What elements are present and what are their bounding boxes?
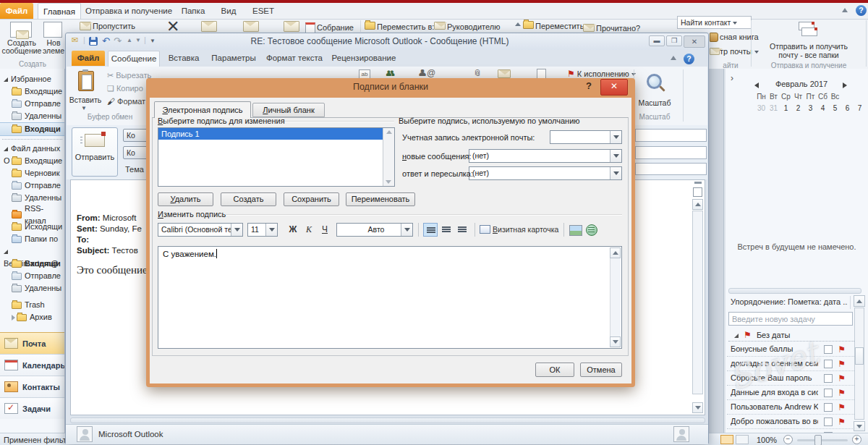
message-tab-insert[interactable]: Вставка — [163, 51, 205, 66]
folder-item[interactable]: Удаленны — [0, 282, 64, 294]
calendar-day[interactable]: 3 — [804, 103, 817, 114]
cut-button[interactable]: ✂ Вырезать — [107, 71, 151, 80]
task-arrange-header[interactable]: Упорядочение: Пометка: дата ... — [731, 297, 848, 306]
reply-icon[interactable] — [201, 21, 217, 32]
to-input[interactable] — [635, 129, 707, 142]
cc-button[interactable]: Ко — [123, 146, 148, 159]
folder-item[interactable]: Черновик — [0, 167, 64, 179]
attach-file-icon[interactable]: 📎︎ — [473, 68, 482, 78]
send-receive-button-line1[interactable]: Отправить и получить — [752, 42, 865, 51]
folder-item[interactable]: Архив — [0, 311, 64, 323]
chevron-down-icon[interactable]: ▼ — [81, 105, 87, 111]
folder-section-header[interactable]: Beydin.artem@ — [0, 245, 64, 258]
align-left-button[interactable] — [423, 223, 438, 237]
zoom-in-button[interactable]: + — [852, 435, 861, 444]
task-row[interactable]: Сбросьте Ваш пароль⚑ — [727, 371, 854, 386]
zoom-slider-thumb[interactable] — [814, 435, 822, 445]
folder-item[interactable]: Удаленны — [0, 110, 64, 122]
minimize-button[interactable]: ▬ — [649, 35, 665, 46]
scroll-down-icon[interactable] — [386, 180, 391, 184]
insert-picture-icon[interactable] — [569, 225, 582, 236]
underline-button[interactable]: Ч — [318, 223, 332, 237]
align-center-button[interactable] — [439, 223, 454, 237]
account-combo[interactable] — [550, 130, 622, 144]
flag-icon[interactable]: ⚑ — [838, 401, 846, 415]
people-pane-name[interactable]: Microsoft Outlook — [98, 430, 163, 438]
zoom-button[interactable]: Масштаб — [632, 98, 677, 107]
folder-item[interactable]: Trash — [0, 299, 64, 311]
sidebar-item-calendar[interactable]: Календарь — [0, 354, 64, 376]
format-painter-button[interactable]: 🖌︎ Формат — [107, 97, 145, 106]
task-checkbox[interactable] — [824, 418, 833, 426]
scroll-up-button[interactable] — [692, 199, 703, 210]
flag-icon[interactable]: ⚑ — [838, 415, 846, 429]
followup-button[interactable]: ⚑ К исполнению — [567, 69, 636, 79]
collapse-todo-icon[interactable]: › — [731, 73, 733, 83]
task-row[interactable]: Бонусные баллы⚑ — [727, 342, 854, 357]
address-book-button[interactable]: сная книга — [720, 33, 759, 41]
flag-icon[interactable]: ⚑ — [838, 386, 846, 400]
task-splitter[interactable] — [728, 288, 861, 294]
next-item-icon[interactable]: ▼ — [135, 37, 141, 43]
to-button[interactable]: Ко — [123, 129, 148, 142]
flag-icon[interactable]: ⚑ — [838, 357, 846, 371]
font-size-combo[interactable]: 11 — [247, 223, 278, 237]
main-file-tab[interactable]: Файл — [0, 3, 33, 19]
folder-item[interactable]: Отправле — [0, 179, 64, 192]
tab-email-signature[interactable]: Электронная подпись — [154, 101, 251, 118]
new-task-input[interactable] — [728, 312, 853, 326]
signature-item[interactable]: Подпись 1 — [158, 128, 383, 140]
minimize-ribbon-icon[interactable] — [671, 56, 676, 60]
main-tab-home[interactable]: Главная — [38, 3, 81, 19]
scrollbar-thumb[interactable] — [855, 347, 864, 365]
main-tab-folder[interactable]: Папка — [175, 3, 211, 19]
scroll-up-icon[interactable] — [386, 130, 392, 134]
attach-item-icon[interactable] — [498, 69, 511, 78]
scrollbar-track[interactable] — [610, 258, 621, 336]
close-button[interactable]: ✕ — [684, 35, 705, 48]
folder-item[interactable]: Отправле — [0, 98, 64, 110]
listbox-scrollbar[interactable] — [383, 128, 394, 186]
check-names-icon[interactable]: 👤︎@ — [418, 68, 435, 78]
copy-button[interactable]: ❏ Копиро — [107, 84, 143, 93]
new-email-label2[interactable]: сообщение — [0, 46, 43, 55]
dialog-close-button[interactable]: ✕ — [600, 79, 628, 96]
new-signature-button[interactable]: Создать — [221, 192, 276, 206]
message-tab-review[interactable]: Рецензирование — [329, 51, 399, 66]
scroll-up-button[interactable] — [610, 247, 621, 258]
task-row[interactable]: Пользователь Andrew Ku...⚑ — [727, 400, 854, 415]
signature-text-area[interactable]: С уважением. — [158, 246, 622, 349]
folder-item[interactable]: Входящи — [0, 122, 64, 136]
calendar-next-icon[interactable] — [843, 82, 847, 88]
calendar-day[interactable]: 7 — [854, 103, 866, 114]
flag-icon[interactable]: ⚑ — [838, 372, 846, 386]
folder-item[interactable]: RSS-канал — [0, 208, 64, 221]
zoom-level-label[interactable]: 100% — [757, 436, 777, 444]
read-button[interactable]: Прочитано? — [596, 24, 640, 33]
business-card-button[interactable]: Визитная карточка — [480, 225, 558, 234]
task-row[interactable]: доклады в осеннем семе...⚑ — [727, 357, 854, 371]
quickstep-move[interactable]: Переместить в: ? — [377, 22, 441, 31]
scroll-down-button[interactable] — [854, 421, 865, 431]
maximize-button[interactable]: ❒ — [666, 35, 682, 46]
main-tab-eset[interactable]: ESET — [246, 3, 281, 19]
message-tab-format[interactable]: Формат текста — [263, 51, 326, 66]
previous-item-icon[interactable]: ▲ — [127, 37, 132, 43]
qat-customize-icon[interactable]: ▼ — [150, 38, 156, 44]
collapse-header-icon[interactable] — [694, 182, 702, 184]
calendar-day[interactable]: 30 — [755, 103, 767, 114]
save-icon[interactable] — [89, 37, 98, 46]
message-title-bar[interactable]: ✉ | ↶ ↷ ▲ ▼ | ▼ RE: Тестовое сообщение M… — [66, 33, 708, 50]
forward-icon[interactable] — [284, 21, 299, 32]
calendar-day[interactable]: 31 — [767, 103, 780, 114]
send-button[interactable]: Отправить — [72, 127, 118, 177]
sidebar-item-mail[interactable]: Почта — [0, 332, 64, 354]
calendar-day[interactable]: 2 — [792, 103, 804, 114]
subject-input[interactable] — [635, 163, 707, 175]
task-checkbox[interactable] — [824, 374, 833, 383]
scrollbar-track[interactable] — [692, 211, 703, 394]
task-checkbox[interactable] — [824, 345, 833, 354]
folder-section-header[interactable]: Избранное — [0, 73, 64, 85]
ignore-button[interactable]: Пропустить — [93, 22, 135, 30]
sidebar-item-tasks[interactable]: Задачи — [0, 397, 64, 419]
